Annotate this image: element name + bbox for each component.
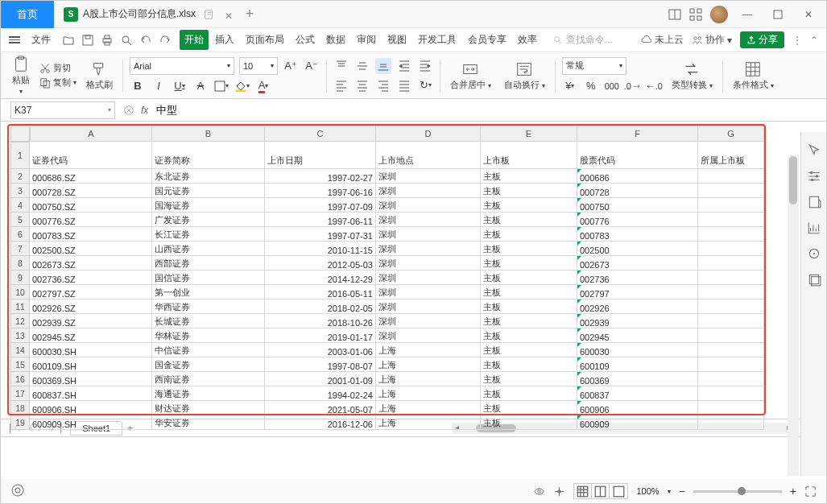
row-hdr[interactable]: 13 [10,328,30,343]
row-hdr[interactable]: 15 [10,357,30,372]
object-icon[interactable] [807,195,821,209]
tab-layout[interactable]: 页面布局 [241,30,289,50]
align-mid-button[interactable] [354,58,370,74]
cell[interactable]: 1997-02-27 [265,169,376,184]
row-hdr[interactable]: 1 [10,142,30,169]
read-view-button[interactable] [610,484,627,498]
cell[interactable] [698,343,764,357]
cell[interactable]: 长城证券 [152,314,265,328]
cell[interactable]: 深圳 [376,227,481,242]
font-color-button[interactable]: A▾ [255,78,271,94]
cell[interactable]: 2016-05-11 [265,285,376,300]
tab-formula[interactable]: 公式 [291,30,320,50]
cell[interactable]: 000776.SZ [30,213,152,227]
row-hdr[interactable]: 14 [10,343,30,357]
settings-icon[interactable] [807,169,821,184]
row-hdr[interactable]: 9 [10,271,30,285]
cell[interactable]: 证券代码 [30,142,152,169]
tab-start[interactable]: 开始 [180,30,209,50]
cell[interactable]: 深圳 [376,314,481,328]
merge-button[interactable]: 合并居中 ▾ [447,59,494,93]
cell[interactable]: 深圳 [376,198,481,213]
cell[interactable]: 002926.SZ [30,300,152,314]
cell[interactable]: 002939 [577,314,698,328]
cell[interactable] [698,415,764,430]
share-button[interactable]: 分享 [740,31,784,48]
cell[interactable]: 深圳 [376,184,481,198]
cell[interactable] [698,401,764,415]
cell[interactable]: 国金证券 [152,357,265,372]
row-headers[interactable]: 12345678910111213141516171819 [10,142,30,430]
cell[interactable]: 002797 [577,285,698,300]
italic-button[interactable]: I [151,78,167,94]
cell[interactable]: 上市地点 [376,142,481,169]
cell[interactable]: 000686 [577,169,698,184]
cell[interactable]: 所属上市板 [698,142,764,169]
cell[interactable] [698,227,764,242]
normal-view-button[interactable] [574,484,592,498]
tab-home[interactable]: 首页 [1,1,54,28]
col-hdr-b[interactable]: B [152,126,265,142]
cell[interactable]: 上市日期 [265,142,376,169]
cell[interactable] [698,169,764,184]
zoom-out-button[interactable]: − [679,485,685,498]
page-view-button[interactable] [592,484,610,498]
cell[interactable]: 002926 [577,300,698,314]
cell[interactable]: 主板 [481,415,577,430]
cell[interactable]: 000686.SZ [30,169,152,184]
cell[interactable]: 002500 [577,242,698,256]
cell[interactable]: 002736.SZ [30,271,152,285]
number-format-select[interactable]: 常规▾ [562,57,626,75]
dec-dec-button[interactable]: ←.0 [646,78,662,94]
cell[interactable]: 主板 [481,328,577,343]
underline-button[interactable]: U▾ [172,78,188,94]
cell[interactable]: 华安证券 [152,415,265,430]
currency-button[interactable]: ¥▾ [562,78,578,94]
cell[interactable]: 1997-07-31 [265,227,376,242]
cell[interactable]: 600030.SH [30,343,152,357]
close-window-button[interactable]: ✕ [797,3,820,26]
cell[interactable]: 上海 [376,401,481,415]
cell[interactable] [698,242,764,256]
cell[interactable]: 000783 [577,227,698,242]
cell[interactable] [698,300,764,314]
cell[interactable] [698,184,764,198]
font-size-select[interactable]: 10▾ [239,57,278,75]
cell[interactable]: 1997-08-07 [265,357,376,372]
col-hdr-e[interactable]: E [481,126,577,142]
cell[interactable]: 600906.SH [30,401,152,415]
align-justify-button[interactable] [396,77,412,93]
row-hdr[interactable]: 10 [10,285,30,300]
cell[interactable]: 主板 [481,372,577,386]
cell[interactable]: 主板 [481,357,577,372]
cell[interactable] [698,328,764,343]
more-icon[interactable]: ⋮ [792,35,802,46]
row-hdr[interactable]: 6 [10,227,30,242]
cell[interactable] [698,386,764,401]
cell[interactable]: 2021-05-07 [265,401,376,415]
tab-review[interactable]: 审阅 [352,30,381,50]
tab-eff[interactable]: 效率 [513,30,542,50]
cell[interactable]: 海通证券 [152,386,265,401]
col-hdr-a[interactable]: A [30,126,152,142]
save-icon[interactable] [81,34,94,47]
cell[interactable]: 主板 [481,198,577,213]
row-hdr[interactable]: 16 [10,372,30,386]
target-icon[interactable] [807,246,821,261]
cell[interactable]: 1997-06-16 [265,184,376,198]
cell[interactable]: 深圳 [376,213,481,227]
cell[interactable]: 上市板 [481,142,577,169]
cell[interactable]: 600909.SH [30,415,152,430]
cursor-tool-icon[interactable] [807,143,821,158]
cell[interactable]: 深圳 [376,256,481,271]
cell[interactable]: 主板 [481,213,577,227]
align-bot-button[interactable] [375,58,391,74]
cell[interactable]: 上海 [376,343,481,357]
zoom-slider[interactable] [693,490,782,493]
cell[interactable]: 2019-01-17 [265,328,376,343]
cell[interactable]: 广发证券 [152,213,265,227]
align-left-button[interactable] [333,77,349,93]
cell[interactable]: 上海 [376,357,481,372]
cell[interactable] [698,198,764,213]
percent-button[interactable]: % [583,78,599,94]
